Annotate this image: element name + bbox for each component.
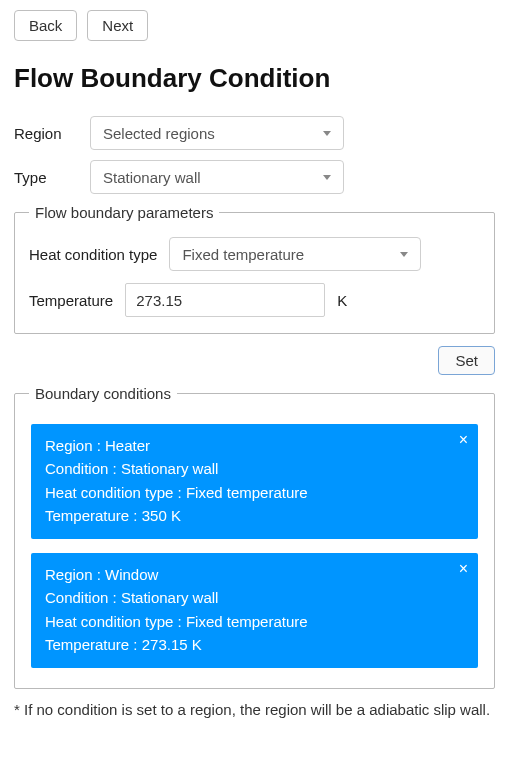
boundary-condition-card: × Region : Heater Condition : Stationary… (31, 424, 478, 539)
card-temp-line: Temperature : 350 K (45, 504, 464, 527)
card-temp-line: Temperature : 273.15 K (45, 633, 464, 656)
chevron-down-icon (323, 131, 331, 136)
next-button[interactable]: Next (87, 10, 148, 41)
temperature-row: Temperature K (29, 283, 480, 317)
region-label: Region (14, 125, 76, 142)
card-condition-line: Condition : Stationary wall (45, 586, 464, 609)
chevron-down-icon (323, 175, 331, 180)
footnote: * If no condition is set to a region, th… (14, 699, 495, 721)
temperature-label: Temperature (29, 292, 113, 309)
set-button[interactable]: Set (438, 346, 495, 375)
close-icon[interactable]: × (459, 432, 468, 448)
type-select-value: Stationary wall (103, 169, 201, 186)
card-region-line: Region : Window (45, 563, 464, 586)
flow-params-fieldset: Flow boundary parameters Heat condition … (14, 204, 495, 334)
heat-condition-label: Heat condition type (29, 246, 157, 263)
region-select[interactable]: Selected regions (90, 116, 344, 150)
page-title: Flow Boundary Condition (14, 63, 495, 94)
boundary-conditions-legend: Boundary conditions (29, 385, 177, 402)
heat-condition-value: Fixed temperature (182, 246, 304, 263)
card-heat-line: Heat condition type : Fixed temperature (45, 481, 464, 504)
region-select-value: Selected regions (103, 125, 215, 142)
flow-params-legend: Flow boundary parameters (29, 204, 219, 221)
close-icon[interactable]: × (459, 561, 468, 577)
card-region-line: Region : Heater (45, 434, 464, 457)
type-row: Type Stationary wall (14, 160, 495, 194)
nav-buttons: Back Next (14, 10, 495, 41)
heat-condition-select[interactable]: Fixed temperature (169, 237, 421, 271)
chevron-down-icon (400, 252, 408, 257)
heat-condition-row: Heat condition type Fixed temperature (29, 237, 480, 271)
boundary-conditions-fieldset: Boundary conditions × Region : Heater Co… (14, 385, 495, 689)
type-select[interactable]: Stationary wall (90, 160, 344, 194)
card-condition-line: Condition : Stationary wall (45, 457, 464, 480)
set-row: Set (14, 346, 495, 375)
boundary-condition-card: × Region : Window Condition : Stationary… (31, 553, 478, 668)
region-row: Region Selected regions (14, 116, 495, 150)
temperature-unit: K (337, 292, 347, 309)
type-label: Type (14, 169, 76, 186)
back-button[interactable]: Back (14, 10, 77, 41)
temperature-input[interactable] (125, 283, 325, 317)
card-heat-line: Heat condition type : Fixed temperature (45, 610, 464, 633)
